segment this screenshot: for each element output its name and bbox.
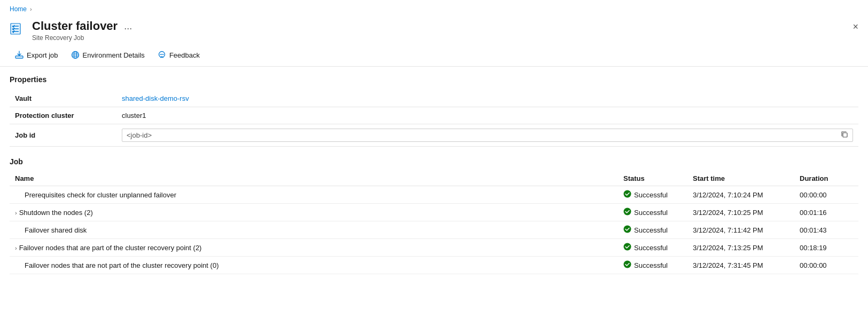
page-title: Cluster failover ... bbox=[32, 19, 134, 33]
job-row-status: Successful bbox=[618, 204, 687, 221]
job-row-start-time: 3/12/2024, 7:10:25 PM bbox=[687, 204, 794, 221]
job-row-start-time: 3/12/2024, 7:11:42 PM bbox=[687, 221, 794, 239]
environment-details-button[interactable]: Environment Details bbox=[66, 48, 150, 62]
success-icon bbox=[623, 260, 631, 270]
table-row: Prerequisites check for cluster unplanne… bbox=[10, 186, 858, 204]
export-job-button[interactable]: Export job bbox=[10, 48, 64, 62]
cluster-failover-icon bbox=[10, 21, 25, 36]
breadcrumb-separator: › bbox=[30, 6, 32, 12]
table-row: Failover nodes that are not part of the … bbox=[10, 257, 858, 274]
svg-rect-12 bbox=[843, 133, 847, 137]
environment-details-icon bbox=[71, 51, 80, 59]
svg-point-13 bbox=[624, 190, 631, 198]
export-job-label: Export job bbox=[27, 51, 58, 59]
job-row-duration: 00:01:16 bbox=[794, 204, 858, 221]
properties-title: Properties bbox=[10, 75, 858, 84]
properties-table: Vault shared-disk-demo-rsv Protection cl… bbox=[10, 90, 858, 147]
job-row-status: Successful bbox=[618, 221, 687, 239]
job-row-name: Failover shared disk bbox=[10, 221, 618, 239]
col-name: Name bbox=[10, 171, 618, 186]
expand-icon[interactable]: › bbox=[15, 245, 17, 251]
breadcrumb-home[interactable]: Home bbox=[10, 5, 27, 13]
job-row-duration: 00:00:00 bbox=[794, 257, 858, 274]
expand-icon[interactable]: › bbox=[15, 210, 17, 216]
job-id-row: Job id <job-id> bbox=[10, 124, 858, 147]
breadcrumb: Home › bbox=[0, 0, 868, 16]
svg-point-16 bbox=[624, 243, 631, 251]
job-row-duration: 00:01:43 bbox=[794, 221, 858, 239]
job-row-name: ›Failover nodes that are part of the clu… bbox=[10, 239, 618, 257]
job-id-cell: <job-id> bbox=[116, 124, 858, 147]
svg-point-14 bbox=[624, 208, 631, 216]
svg-rect-4 bbox=[15, 56, 23, 58]
properties-section: Properties Vault shared-disk-demo-rsv Pr… bbox=[0, 67, 868, 151]
col-status: Status bbox=[618, 171, 687, 186]
job-row-name: Failover nodes that are not part of the … bbox=[10, 257, 618, 274]
header-icon bbox=[10, 21, 25, 36]
feedback-icon bbox=[158, 51, 166, 59]
svg-point-11 bbox=[162, 54, 163, 55]
job-row-name: Prerequisites check for cluster unplanne… bbox=[10, 186, 618, 204]
toolbar: Export job Environment Details bbox=[0, 44, 868, 67]
page-subtitle: Site Recovery Job bbox=[32, 34, 134, 42]
job-title: Job bbox=[10, 157, 858, 166]
protection-cluster-row: Protection cluster cluster1 bbox=[10, 107, 858, 124]
svg-point-9 bbox=[160, 54, 161, 55]
job-id-field: <job-id> bbox=[122, 129, 853, 142]
table-row: ›Failover nodes that are part of the clu… bbox=[10, 239, 858, 257]
feedback-label: Feedback bbox=[169, 51, 200, 59]
job-row-start-time: 3/12/2024, 7:13:25 PM bbox=[687, 239, 794, 257]
job-id-label: Job id bbox=[10, 124, 116, 147]
vault-label: Vault bbox=[10, 90, 116, 107]
copy-icon[interactable] bbox=[841, 131, 848, 140]
page-header: Cluster failover ... Site Recovery Job bbox=[0, 16, 868, 44]
col-start-time: Start time bbox=[687, 171, 794, 186]
environment-details-label: Environment Details bbox=[83, 51, 145, 59]
job-row-status: Successful bbox=[618, 239, 687, 257]
col-duration: Duration bbox=[794, 171, 858, 186]
success-icon bbox=[623, 243, 631, 252]
header-text: Cluster failover ... Site Recovery Job bbox=[32, 19, 134, 42]
svg-point-15 bbox=[624, 226, 631, 233]
job-section: Job Name Status Start time Duration Prer… bbox=[0, 151, 868, 281]
table-row: Failover shared diskSuccessful3/12/2024,… bbox=[10, 221, 858, 239]
job-row-status: Successful bbox=[618, 186, 687, 204]
table-row: ›Shutdown the nodes (2)Successful3/12/20… bbox=[10, 204, 858, 221]
job-row-status: Successful bbox=[618, 257, 687, 274]
job-table-header: Name Status Start time Duration bbox=[10, 171, 858, 186]
ellipsis-button[interactable]: ... bbox=[122, 21, 134, 32]
vault-link[interactable]: shared-disk-demo-rsv bbox=[122, 94, 189, 102]
svg-point-17 bbox=[624, 261, 631, 268]
vault-row: Vault shared-disk-demo-rsv bbox=[10, 90, 858, 107]
success-icon bbox=[623, 225, 631, 235]
job-row-duration: 00:00:00 bbox=[794, 186, 858, 204]
job-row-start-time: 3/12/2024, 7:10:24 PM bbox=[687, 186, 794, 204]
job-row-name: ›Shutdown the nodes (2) bbox=[10, 204, 618, 221]
svg-point-10 bbox=[161, 54, 162, 55]
feedback-button[interactable]: Feedback bbox=[152, 48, 205, 62]
job-table: Name Status Start time Duration Prerequi… bbox=[10, 171, 858, 274]
job-id-value: <job-id> bbox=[127, 131, 838, 139]
success-icon bbox=[623, 208, 631, 217]
vault-value: shared-disk-demo-rsv bbox=[116, 90, 858, 107]
success-icon bbox=[623, 190, 631, 200]
job-row-start-time: 3/12/2024, 7:31:45 PM bbox=[687, 257, 794, 274]
job-row-duration: 00:18:19 bbox=[794, 239, 858, 257]
close-button[interactable]: × bbox=[853, 21, 858, 33]
export-job-icon bbox=[15, 51, 24, 59]
protection-cluster-label: Protection cluster bbox=[10, 107, 116, 124]
protection-cluster-value: cluster1 bbox=[116, 107, 858, 124]
